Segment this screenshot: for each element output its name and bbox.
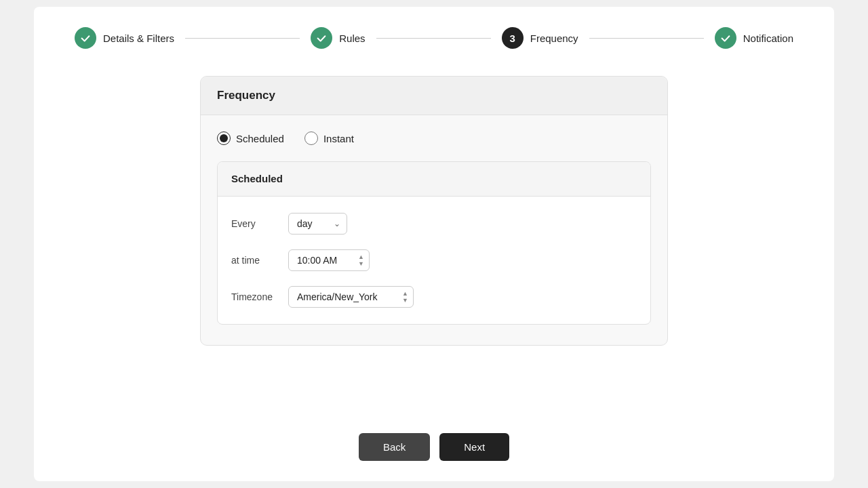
frequency-card-title: Frequency: [217, 89, 275, 102]
every-row: Every day week month ⌄: [231, 213, 637, 235]
step-icon-notification: [715, 27, 736, 49]
timezone-label: Timezone: [231, 291, 279, 302]
step-details: Details & Filters: [75, 27, 174, 49]
radio-scheduled-label: Scheduled: [236, 133, 284, 144]
footer: Back Next: [359, 413, 509, 461]
step-connector-2: [376, 38, 491, 39]
frequency-card-body: Scheduled Instant Scheduled Every: [201, 115, 667, 331]
step-frequency: 3 Frequency: [502, 27, 578, 49]
radio-scheduled-input[interactable]: [217, 131, 231, 145]
scheduled-card: Scheduled Every day week month ⌄: [217, 161, 651, 325]
time-input-wrapper: 10:00 AM 11:00 AM 12:00 PM 1:00 PM ▲ ▼: [288, 249, 370, 271]
step-connector-1: [185, 38, 300, 39]
every-label: Every: [231, 218, 279, 229]
step-connector-3: [589, 38, 704, 39]
step-rules: Rules: [311, 27, 365, 49]
time-select[interactable]: 10:00 AM 11:00 AM 12:00 PM 1:00 PM: [288, 249, 370, 271]
step-label-frequency: Frequency: [530, 33, 578, 44]
every-select-wrapper: day week month ⌄: [288, 213, 347, 235]
step-label-details: Details & Filters: [103, 33, 174, 44]
step-icon-details: [75, 27, 96, 49]
step-notification: Notification: [715, 27, 793, 49]
step-icon-rules: [311, 27, 332, 49]
timezone-row: Timezone America/New_York America/Chicag…: [231, 286, 637, 308]
scheduled-card-header: Scheduled: [218, 162, 650, 197]
scheduled-card-title: Scheduled: [231, 173, 283, 184]
scheduled-card-body: Every day week month ⌄ at time: [218, 197, 650, 324]
radio-instant[interactable]: Instant: [304, 131, 354, 145]
radio-scheduled[interactable]: Scheduled: [217, 131, 284, 145]
page-container: Details & Filters Rules 3 Frequency: [34, 7, 834, 481]
next-button[interactable]: Next: [439, 433, 509, 461]
timezone-select-wrapper: America/New_York America/Chicago America…: [288, 286, 414, 308]
radio-instant-input[interactable]: [304, 131, 318, 145]
step-icon-frequency: 3: [502, 27, 524, 49]
at-time-label: at time: [231, 255, 279, 266]
frequency-card: Frequency Scheduled Instant Scheduled: [200, 76, 668, 346]
stepper: Details & Filters Rules 3 Frequency: [75, 27, 793, 49]
back-button[interactable]: Back: [359, 433, 430, 461]
step-label-rules: Rules: [339, 33, 365, 44]
radio-instant-label: Instant: [323, 133, 354, 144]
timezone-select[interactable]: America/New_York America/Chicago America…: [288, 286, 414, 308]
frequency-card-header: Frequency: [201, 77, 667, 115]
frequency-radio-group: Scheduled Instant: [217, 131, 651, 145]
every-select[interactable]: day week month: [288, 213, 347, 235]
step-label-notification: Notification: [743, 33, 793, 44]
at-time-row: at time 10:00 AM 11:00 AM 12:00 PM 1:00 …: [231, 249, 637, 271]
